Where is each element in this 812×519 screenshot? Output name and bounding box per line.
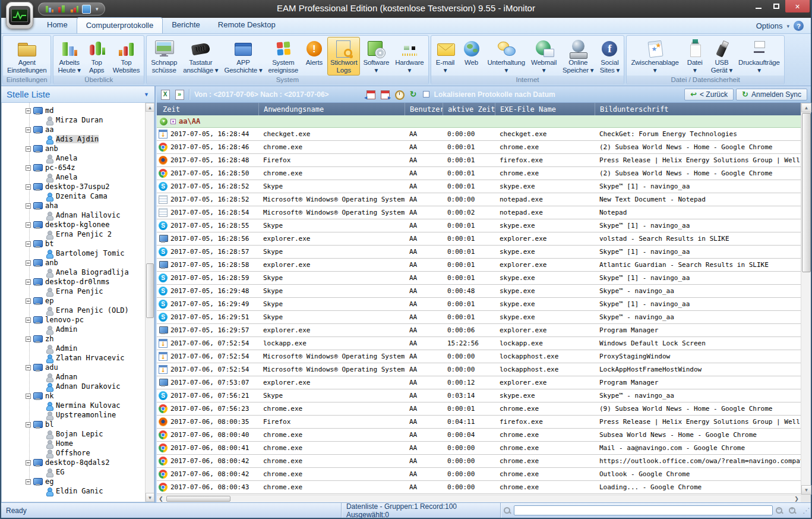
help-icon[interactable]: ?: [794, 21, 804, 31]
close-button[interactable]: ×: [785, 0, 810, 12]
table-row[interactable]: 2017-07-05, 16:29:57explorer.exeAA0:00:0…: [157, 324, 801, 337]
tree-user-anela[interactable]: Anela: [2, 153, 154, 163]
table-scroll-down-icon[interactable]: ▼: [801, 485, 811, 495]
tree-user-upstreamonline[interactable]: Upstreamonline: [2, 410, 154, 420]
table-row[interactable]: S2017-07-06, 07:56:21SkypeAA0:03:14skype…: [157, 389, 801, 402]
tree-user-admin[interactable]: Admin: [2, 325, 154, 334]
tree-user-erna-penjic-old[interactable]: Erna Penjic (OLD): [2, 306, 154, 315]
tree-user-adis-ajdin[interactable]: Adis Ajdin: [2, 134, 154, 144]
refresh-icon[interactable]: [409, 90, 418, 99]
expand-toggle-icon[interactable]: [26, 460, 31, 465]
tree-user-home[interactable]: Home: [2, 439, 154, 448]
back-button[interactable]: ↩ < Zurück: [684, 89, 734, 100]
tree-scroll-up-icon[interactable]: ▲: [146, 103, 154, 112]
resize-grip[interactable]: ⋰: [802, 507, 810, 515]
ribbon-button-alerts[interactable]: Alerts: [301, 37, 327, 76]
tree-user-mirza-duran[interactable]: Mirza Duran: [2, 115, 154, 125]
table-hscroll-thumb[interactable]: [166, 496, 230, 502]
table-row[interactable]: S2017-07-05, 16:28:52SkypeAA0:00:01skype…: [157, 180, 801, 193]
ribbon-button-online-speicher[interactable]: OnlineSpeicher ▾: [560, 37, 596, 76]
ribbon-button-e-mail[interactable]: E-mail▾: [432, 37, 459, 76]
column-header-aktive-zeit[interactable]: aktive Zeit: [443, 103, 495, 115]
tree-user-zlatan-hrvacevic[interactable]: Zlatan Hrvacevic: [2, 353, 154, 363]
table-row[interactable]: S2017-07-05, 16:29:51SkypeAA0:00:01skype…: [157, 311, 801, 324]
expand-toggle-icon[interactable]: [26, 184, 31, 190]
tree-computer-pc-654z[interactable]: pc-654z: [2, 163, 154, 172]
expand-toggle-icon[interactable]: [26, 108, 31, 114]
expand-toggle-icon[interactable]: [26, 298, 31, 304]
ribbon-button-zwischenablage[interactable]: Zwischenablage▾: [628, 37, 681, 76]
tree-user-adnan-durakovic[interactable]: Adnan Durakovic: [2, 382, 154, 391]
app-menu-orb[interactable]: [6, 2, 33, 29]
tree-computer-zh[interactable]: zh: [2, 334, 154, 344]
expand-toggle-icon[interactable]: [26, 165, 31, 171]
ribbon-button-system-ereignisse[interactable]: Systemereignisse: [266, 37, 301, 76]
tree-computer-eg[interactable]: eg: [2, 477, 154, 486]
tree-user-anela[interactable]: Anela: [2, 172, 154, 182]
status-search-input[interactable]: [514, 505, 773, 515]
expand-toggle-icon[interactable]: [26, 146, 31, 152]
expand-toggle-icon[interactable]: [26, 422, 31, 427]
table-vertical-scrollbar[interactable]: ▲ ▼: [801, 103, 811, 495]
tree-user-erna-penjic-2[interactable]: Erna Penjic 2: [2, 229, 154, 239]
ribbon-button-webmail[interactable]: Webmail▾: [528, 37, 560, 76]
table-horizontal-scrollbar[interactable]: ❮ ❯: [157, 495, 801, 502]
table-row[interactable]: 2017-07-05, 16:28:58explorer.exeAA0:00:0…: [157, 259, 801, 272]
sidebar-header[interactable]: Stelle Liste ▼: [1, 86, 154, 103]
tree-computer-md[interactable]: md: [2, 106, 154, 115]
next-day-icon[interactable]: [380, 90, 390, 99]
ribbon-button-arbeits-heute[interactable]: ArbeitsHeute ▾: [55, 37, 83, 76]
column-header-anwendungsname[interactable]: Anwendungsname: [258, 103, 405, 115]
tab-computerprotokolle[interactable]: Computerprotokolle: [77, 17, 163, 33]
tree-user-admin[interactable]: Admin: [2, 344, 154, 353]
sidebar-dropdown-icon[interactable]: ▼: [144, 92, 149, 97]
expand-toggle-icon[interactable]: [26, 336, 31, 342]
tree-user-bojan-lepic[interactable]: Bojan Lepic: [2, 429, 154, 439]
tree-user-dzenita-cama[interactable]: Dzenita Cama: [2, 191, 154, 201]
table-row[interactable]: 2017-07-05, 16:28:46chrome.exeAA0:00:01c…: [157, 141, 801, 154]
table-row[interactable]: 2017-07-06, 07:56:23chrome.exeAA0:00:01c…: [157, 402, 801, 416]
export-excel-icon[interactable]: [160, 90, 170, 99]
tree-computer-anb[interactable]: anb: [2, 144, 154, 153]
table-row[interactable]: 2017-07-06, 07:52:54lockapp.exeAA15:22:5…: [157, 337, 801, 350]
tree-computer-adu[interactable]: adu: [2, 363, 154, 372]
localize-checkbox[interactable]: [423, 91, 429, 97]
minimize-button[interactable]: [750, 0, 767, 12]
table-scroll-right-icon[interactable]: ❯: [792, 495, 801, 502]
tree-user-adnan-halilovic[interactable]: Adnan Halilovic: [2, 210, 154, 220]
tab-berichte[interactable]: Berichte: [163, 17, 209, 33]
tree-computer-aa[interactable]: aa: [2, 125, 154, 134]
ribbon-button-app-geschichte[interactable]: APPGeschichte ▾: [221, 37, 265, 76]
tree-user-adnan[interactable]: Adnan: [2, 372, 154, 382]
ribbon-button-usb-ger-t[interactable]: USBGerät ▾: [708, 37, 735, 76]
column-header-zeit[interactable]: Zeit: [157, 103, 258, 115]
column-header-exe-file-name[interactable]: EXE-File Name: [495, 103, 595, 115]
table-row[interactable]: 2017-07-06, 07:52:54Microsoft® Windows® …: [157, 363, 801, 376]
expand-toggle-icon[interactable]: [26, 260, 31, 266]
ribbon-button-top-websites[interactable]: TopWebsites: [110, 37, 143, 76]
tree-user-anela-biogradlija[interactable]: Anela Biogradlija: [2, 268, 154, 277]
tree-computer-bt[interactable]: bt: [2, 239, 154, 249]
zoom-out-icon[interactable]: –: [775, 507, 783, 515]
table-row[interactable]: 2017-07-05, 16:28:54Microsoft® Windows® …: [157, 206, 801, 219]
tree-computer-desktop-37uspu2[interactable]: desktop-37uspu2: [2, 182, 154, 191]
table-row[interactable]: S2017-07-05, 16:28:59SkypeAA0:00:01skype…: [157, 272, 801, 285]
ribbon-button-agent-einstellungen[interactable]: AgentEinstellungen: [4, 37, 49, 76]
column-header-bildunterschrift[interactable]: Bildunterschrift: [595, 103, 801, 115]
ribbon-button-stichwort-logs[interactable]: StichwortLogs: [327, 37, 361, 76]
table-row[interactable]: 2017-07-06, 08:00:35FirefoxAA0:04:11fire…: [157, 416, 801, 429]
table-row[interactable]: S2017-07-05, 16:29:48SkypeAA0:00:48skype…: [157, 285, 801, 298]
tree-computer-lenovo-pc[interactable]: lenovo-pc: [2, 315, 154, 325]
expand-toggle-icon[interactable]: [26, 279, 31, 285]
expand-toggle-icon[interactable]: [26, 365, 31, 370]
tree-computer-bl[interactable]: bl: [2, 420, 154, 429]
table-row[interactable]: 2017-07-06, 07:52:54Microsoft® Windows® …: [157, 350, 801, 363]
ribbon-button-hardware[interactable]: Hardware▾: [392, 37, 426, 76]
expand-toggle-icon[interactable]: [26, 127, 31, 133]
sync-button[interactable]: ↻ Anmelden Sync: [736, 89, 807, 100]
table-row[interactable]: 2017-07-06, 08:00:42chrome.exeAA0:00:00c…: [157, 468, 801, 481]
ribbon-button-druckauftr-ge[interactable]: Druckaufträge▾: [735, 37, 783, 76]
table-row[interactable]: 2017-07-05, 16:28:52Microsoft® Windows® …: [157, 193, 801, 206]
options-menu[interactable]: Options: [756, 21, 783, 30]
ribbon-button-software[interactable]: Software▾: [360, 37, 392, 76]
